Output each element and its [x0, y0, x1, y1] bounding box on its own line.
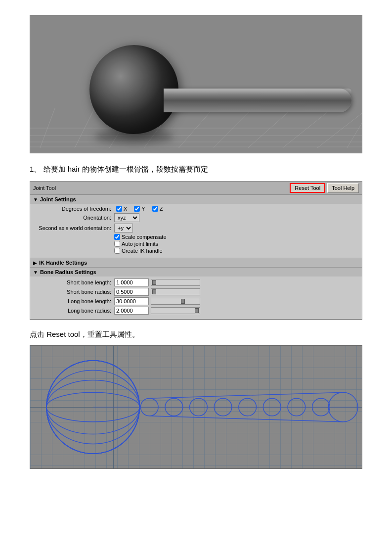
create-ik-checkbox[interactable] — [114, 248, 120, 254]
long-bone-radius-thumb — [195, 308, 199, 313]
render-viewport — [30, 15, 362, 153]
long-bone-length-row: Long bone length: — [35, 297, 357, 305]
joint-settings-arrow: ▼ — [33, 197, 38, 202]
panel-title: Joint Tool — [33, 185, 56, 191]
instruction-1-text: 1、 给要加 hair 的物体创建一根骨骼，段数按需要而定 — [30, 165, 208, 173]
bone-radius-section: ▼ Bone Radius Settings Short bone length… — [30, 268, 362, 320]
instruction-1: 1、 给要加 hair 的物体创建一根骨骼，段数按需要而定 — [30, 163, 362, 175]
dof-x-checkbox[interactable] — [116, 206, 122, 212]
bone-radius-title: Bone Radius Settings — [40, 269, 96, 275]
panel-header-buttons: Reset Tool Tool Help — [290, 183, 359, 193]
short-bone-radius-input[interactable] — [114, 288, 149, 296]
second-axis-select[interactable]: +y -y +x -x +z -z — [114, 224, 133, 232]
joint-settings-title: Joint Settings — [40, 196, 76, 202]
long-bone-length-input[interactable] — [114, 297, 149, 305]
reset-tool-button[interactable]: Reset Tool — [290, 183, 325, 193]
auto-joint-checkbox[interactable] — [114, 241, 120, 247]
dof-y-item[interactable]: Y — [134, 206, 145, 212]
long-bone-radius-slider[interactable] — [151, 307, 200, 314]
scale-compensate-label: Scale compensate — [122, 234, 167, 240]
long-bone-radius-label: Long bone radius: — [35, 308, 114, 314]
joint-settings-body: Degrees of freedom: X Y Z — [30, 204, 362, 258]
render-scene — [30, 15, 362, 153]
short-bone-length-label: Short bone length: — [35, 279, 114, 285]
ik-handle-title: IK Handle Settings — [39, 260, 87, 266]
instruction-2-text: 点击 Reset tool，重置工具属性。 — [30, 330, 139, 338]
wireframe-viewport — [30, 345, 362, 469]
dof-z-checkbox[interactable] — [152, 206, 158, 212]
joint-settings-section: ▼ Joint Settings Degrees of freedom: X Y — [30, 195, 362, 258]
degrees-label: Degrees of freedom: — [35, 206, 114, 212]
create-ik-item[interactable]: Create IK handle — [114, 248, 163, 254]
long-bone-length-slider[interactable] — [151, 298, 200, 305]
svg-line-12 — [317, 113, 362, 148]
tool-help-button[interactable]: Tool Help — [327, 183, 359, 193]
short-bone-radius-slider[interactable] — [151, 288, 200, 295]
joint-tool-panel: Joint Tool Reset Tool Tool Help ▼ Joint … — [30, 181, 362, 320]
bone-radius-arrow: ▼ — [33, 270, 38, 275]
short-bone-length-thumb — [152, 280, 156, 285]
short-bone-length-row: Short bone length: — [35, 278, 357, 286]
short-bone-length-slider[interactable] — [151, 279, 200, 286]
svg-line-32 — [149, 392, 343, 398]
scale-compensate-item[interactable]: Scale compensate — [114, 234, 167, 240]
joint-settings-header[interactable]: ▼ Joint Settings — [30, 195, 362, 204]
instruction-2: 点击 Reset tool，重置工具属性。 — [30, 330, 362, 339]
long-bone-length-label: Long bone length: — [35, 298, 114, 304]
create-ik-row: Create IK handle — [114, 248, 357, 254]
dof-z-item[interactable]: Z — [152, 206, 163, 212]
long-bone-length-thumb — [181, 299, 185, 304]
short-bone-radius-row: Short bone radius: — [35, 288, 357, 296]
orientation-select[interactable]: xyz xzy none — [114, 213, 139, 222]
bone-radius-header[interactable]: ▼ Bone Radius Settings — [30, 268, 362, 277]
dof-z-label: Z — [160, 206, 163, 212]
dof-x-label: X — [124, 206, 127, 212]
long-bone-radius-row: Long bone radius: — [35, 307, 357, 315]
panel-header: Joint Tool Reset Tool Tool Help — [30, 182, 362, 195]
page: 1、 给要加 hair 的物体创建一根骨骼，段数按需要而定 Joint Tool… — [0, 0, 392, 484]
orientation-label: Orientation: — [35, 215, 114, 221]
short-bone-radius-thumb — [152, 289, 156, 294]
dof-y-checkbox[interactable] — [134, 206, 140, 212]
short-bone-radius-label: Short bone radius: — [35, 289, 114, 295]
wireframe-svg — [30, 346, 362, 468]
bone-radius-body: Short bone length: Short bone radius: — [30, 277, 362, 319]
second-axis-row: Second axis world orientation: +y -y +x … — [35, 224, 357, 232]
auto-joint-label: Auto joint limits — [122, 241, 158, 247]
auto-joint-item[interactable]: Auto joint limits — [114, 241, 158, 247]
short-bone-length-input[interactable] — [114, 278, 149, 286]
orientation-row: Orientation: xyz xzy none — [35, 213, 357, 222]
ik-handle-section: ▶ IK Handle Settings — [30, 258, 362, 268]
dof-checkboxes: X Y Z — [116, 206, 163, 212]
create-ik-label: Create IK handle — [122, 248, 163, 254]
dof-x-item[interactable]: X — [116, 206, 127, 212]
auto-joint-row: Auto joint limits — [114, 241, 357, 247]
second-axis-label: Second axis world orientation: — [35, 225, 114, 231]
scale-compensate-checkbox[interactable] — [114, 234, 120, 240]
highlight — [164, 89, 351, 94]
scale-compensate-row: Scale compensate — [114, 234, 357, 240]
dof-y-label: Y — [141, 206, 145, 212]
degrees-row: Degrees of freedom: X Y Z — [35, 206, 357, 212]
ik-handle-header[interactable]: ▶ IK Handle Settings — [30, 258, 362, 267]
long-bone-radius-input[interactable] — [114, 307, 149, 315]
svg-line-33 — [149, 416, 343, 422]
ik-handle-arrow: ▶ — [33, 260, 37, 266]
